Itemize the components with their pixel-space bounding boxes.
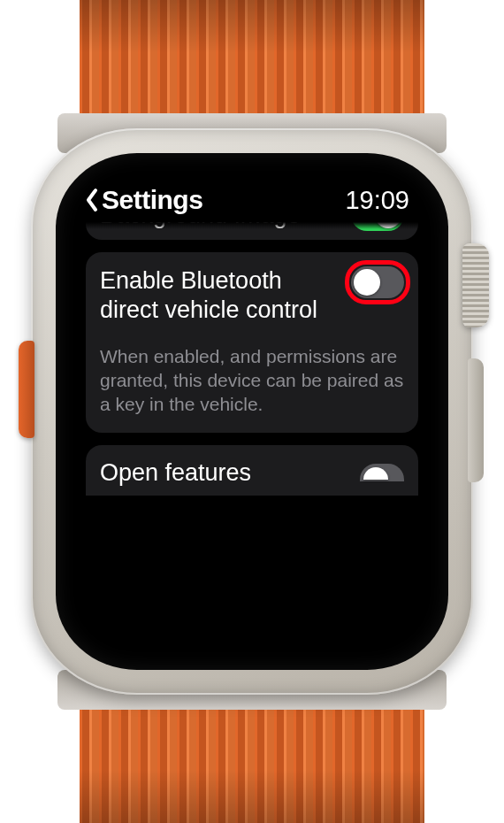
watch-bezel: Settings 19:09 Background Image Enable B… [56,153,448,670]
action-button[interactable] [19,341,34,438]
toggle-bluetooth-control[interactable] [351,266,404,298]
row-label: Enable Bluetooth direct vehicle control [100,266,342,325]
clock-time: 19:09 [345,186,409,215]
toggle-background-image[interactable] [351,222,404,231]
row-bluetooth-control: Enable Bluetooth direct vehicle control … [86,252,418,433]
side-button[interactable] [468,358,484,482]
row-label: Background Image [100,222,301,229]
row-description: When enabled, and permissions are grante… [100,344,404,417]
digital-crown[interactable] [462,243,489,327]
row-background-image[interactable]: Background Image [86,222,418,240]
status-bar: Settings 19:09 [75,173,429,220]
chevron-left-icon [84,187,100,213]
back-button[interactable]: Settings [84,185,202,215]
toggle-row[interactable]: Enable Bluetooth direct vehicle control [100,266,404,325]
settings-scroll[interactable]: Background Image Enable Bluetooth direct… [75,222,429,650]
watch-screen: Settings 19:09 Background Image Enable B… [75,173,429,650]
row-label: Open features [100,459,251,487]
back-label: Settings [102,185,202,215]
row-open-features[interactable]: Open features [86,445,418,496]
watch-case: Settings 19:09 Background Image Enable B… [31,128,473,695]
toggle-open-features[interactable] [360,464,404,481]
